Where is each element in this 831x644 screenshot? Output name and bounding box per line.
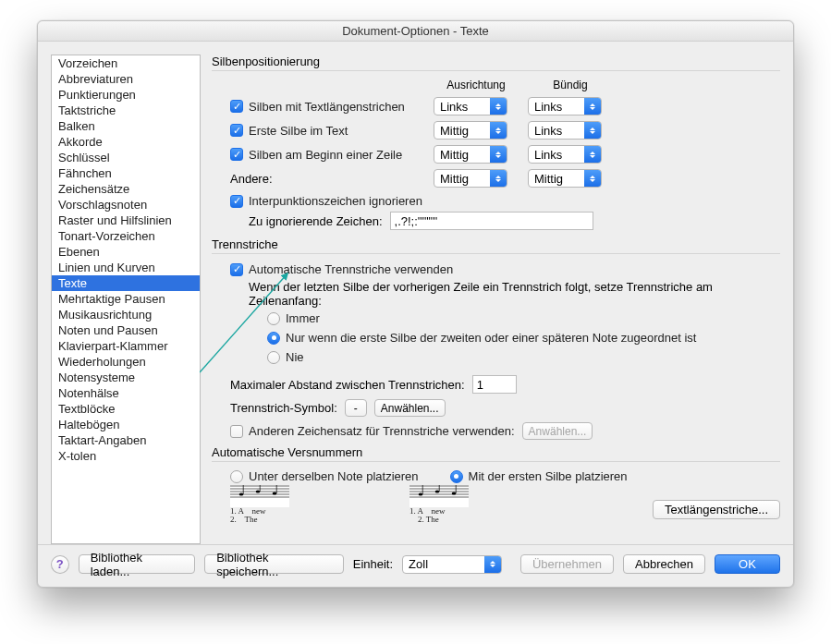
- svg-point-9: [273, 492, 277, 494]
- sel-r2-buendig[interactable]: Links: [528, 121, 602, 140]
- sel-r2-ausrichtung[interactable]: Mittig: [434, 121, 507, 140]
- section-syllable-positioning: Silbenpositionierung: [212, 55, 780, 68]
- label-unit: Einheit:: [353, 557, 393, 571]
- sidebar-item-textbl-cke[interactable]: Textblöcke: [52, 401, 200, 417]
- sidebar-item-punktierungen[interactable]: Punktierungen: [52, 87, 200, 103]
- help-button[interactable]: ?: [51, 555, 69, 574]
- sidebar-item-tonart-vorzeichen[interactable]: Tonart-Vorzeichen: [52, 228, 200, 244]
- sidebar-item-taktstriche[interactable]: Taktstriche: [52, 103, 200, 118]
- btn-apply: Übernehmen: [520, 554, 614, 574]
- preview-first-syllable-icon: [409, 485, 469, 507]
- radio-under-same-note[interactable]: Unter derselben Note platzieren: [230, 469, 419, 483]
- btn-cancel[interactable]: Abbrechen: [623, 554, 705, 574]
- sidebar-item-zeichens-tze[interactable]: Zeichensätze: [52, 181, 200, 197]
- sidebar-item-wiederholungen[interactable]: Wiederholungen: [52, 354, 200, 370]
- sel-r1-buendig[interactable]: Links: [528, 97, 602, 115]
- svg-rect-21: [456, 485, 457, 493]
- sidebar-item-texte[interactable]: Texte: [52, 275, 200, 291]
- btn-ok[interactable]: OK: [715, 554, 780, 574]
- sidebar-item-raster-und-hilfslinien[interactable]: Raster und Hilfslinien: [52, 213, 200, 228]
- label-max-distance: Maximaler Abstand zwischen Trennstrichen…: [230, 378, 465, 392]
- dialog-footer: ? Bibliothek laden... Bibliothek speiche…: [38, 544, 793, 587]
- sidebar-item-ebenen[interactable]: Ebenen: [52, 244, 200, 260]
- sidebar-item-noten-und-pausen[interactable]: Noten und Pausen: [52, 322, 200, 338]
- sidebar-item-musikausrichtung[interactable]: Musikausrichtung: [52, 307, 200, 322]
- sidebar-item-mehrtaktige-pausen[interactable]: Mehrtaktige Pausen: [52, 291, 200, 307]
- cb-auto-hyphens[interactable]: ✓Automatische Trennstriche verwenden: [230, 262, 453, 276]
- sidebar-item-schl-ssel[interactable]: Schlüssel: [52, 150, 200, 165]
- col-ausrichtung: Ausrichtung: [434, 79, 519, 91]
- radio-first-syllable[interactable]: Mit der ersten Silbe platzieren: [450, 469, 628, 483]
- section-auto-verse: Automatische Versnummern: [212, 445, 780, 459]
- btn-hyphen-symbol[interactable]: -: [345, 399, 367, 417]
- btn-word-extensions[interactable]: Textlängenstriche...: [653, 500, 780, 519]
- svg-point-18: [435, 490, 440, 492]
- sidebar-item-f-hnchen[interactable]: Fähnchen: [52, 165, 200, 181]
- svg-rect-17: [422, 485, 423, 494]
- sel-unit[interactable]: Zoll: [402, 555, 502, 574]
- btn-save-library[interactable]: Bibliothek speichern...: [204, 554, 344, 574]
- sel-r1-ausrichtung[interactable]: Links: [434, 97, 507, 115]
- sel-andere-ausrichtung[interactable]: Mittig: [434, 169, 507, 188]
- document-options-dialog: Dokument-Optionen - Texte VorzeichenAbbr…: [37, 20, 794, 588]
- category-sidebar[interactable]: VorzeichenAbbreviaturenPunktierungenTakt…: [51, 55, 201, 544]
- cb-first-syllable[interactable]: ✓Erste Silbe im Text: [230, 124, 424, 138]
- sel-andere-buendig[interactable]: Mittig: [528, 169, 602, 188]
- window-title: Dokument-Optionen - Texte: [38, 21, 793, 42]
- cb-syllables-with-extenders[interactable]: ✓Silben mit Textlängenstrichen: [230, 100, 424, 114]
- svg-point-20: [452, 492, 457, 494]
- label-andere: Andere:: [230, 172, 424, 186]
- sidebar-item-notensysteme[interactable]: Notensysteme: [52, 370, 200, 385]
- cb-syllable-line-start[interactable]: ✓Silben am Beginn einer Zeile: [230, 148, 424, 162]
- svg-rect-8: [260, 485, 261, 492]
- col-buendig: Bündig: [528, 79, 613, 91]
- sidebar-item-x-tolen[interactable]: X-tolen: [52, 448, 200, 464]
- sel-r3-buendig[interactable]: Links: [528, 145, 602, 164]
- sidebar-item-taktart-angaben[interactable]: Taktart-Angaben: [52, 432, 200, 448]
- btn-anwaehlen-font: Anwählen...: [522, 422, 593, 440]
- radio-immer[interactable]: Immer: [267, 311, 780, 325]
- sidebar-item-akkorde[interactable]: Akkorde: [52, 134, 200, 150]
- sidebar-item-linien-und-kurven[interactable]: Linien und Kurven: [52, 260, 200, 275]
- sidebar-item-klavierpart-klammer[interactable]: Klavierpart-Klammer: [52, 338, 200, 354]
- cb-ignore-punct[interactable]: ✓Interpunktionszeichen ignorieren: [230, 194, 422, 208]
- sidebar-item-notenh-lse[interactable]: Notenhälse: [52, 385, 200, 401]
- content-panel: Silbenpositionierung Ausrichtung Bündig …: [212, 55, 780, 544]
- sidebar-item-halteb-gen[interactable]: Haltebögen: [52, 417, 200, 432]
- sel-r3-ausrichtung[interactable]: Mittig: [434, 145, 507, 164]
- svg-rect-19: [439, 485, 440, 492]
- label-hyphen-symbol: Trennstrich-Symbol:: [230, 401, 337, 415]
- btn-anwaehlen-symbol[interactable]: Anwählen...: [374, 399, 446, 417]
- radio-nie[interactable]: Nie: [267, 350, 780, 364]
- svg-rect-6: [243, 485, 244, 494]
- label-ignore-chars: Zu ignorierende Zeichen:: [249, 214, 383, 228]
- btn-load-library[interactable]: Bibliothek laden...: [79, 554, 196, 574]
- cb-other-font[interactable]: Anderen Zeichensatz für Trennstriche ver…: [230, 424, 515, 438]
- svg-point-16: [419, 492, 423, 495]
- svg-point-7: [256, 490, 261, 492]
- preview-under-same-note-icon: [230, 485, 289, 507]
- sidebar-item-vorzeichen[interactable]: Vorzeichen: [52, 55, 200, 71]
- sidebar-item-vorschlagsnoten[interactable]: Vorschlagsnoten: [52, 197, 200, 213]
- sidebar-item-balken[interactable]: Balken: [52, 118, 200, 134]
- label-hyphen-follow: Wenn der letzten Silbe der vorherigen Ze…: [230, 280, 748, 308]
- svg-rect-10: [276, 485, 277, 493]
- radio-nur-wenn[interactable]: Nur wenn die erste Silbe der zweiten ode…: [267, 331, 780, 345]
- sidebar-item-abbreviaturen[interactable]: Abbreviaturen: [52, 71, 200, 87]
- input-max-distance[interactable]: [472, 375, 517, 394]
- section-hyphens: Trennstriche: [212, 237, 780, 251]
- svg-point-5: [239, 492, 244, 495]
- input-ignore-chars[interactable]: [390, 212, 593, 230]
